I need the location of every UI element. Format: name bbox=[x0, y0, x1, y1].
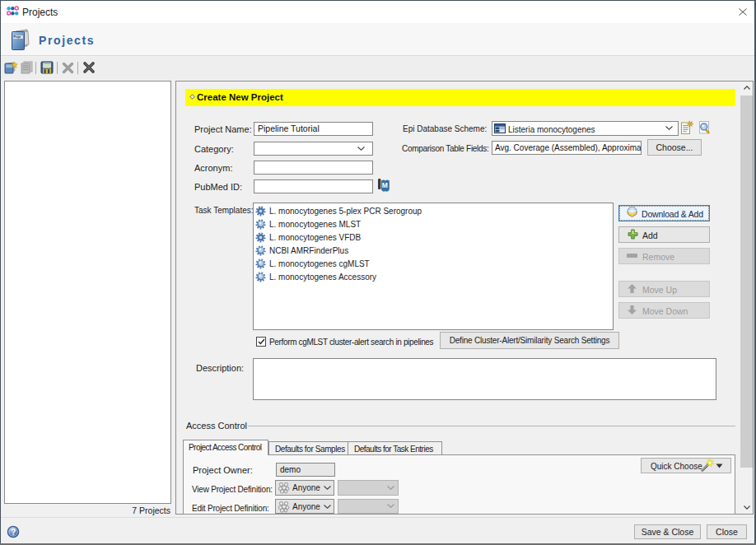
svg-text:Proje: Proje bbox=[14, 35, 21, 39]
svg-text:M: M bbox=[382, 181, 388, 189]
svg-text:?: ? bbox=[11, 528, 16, 537]
